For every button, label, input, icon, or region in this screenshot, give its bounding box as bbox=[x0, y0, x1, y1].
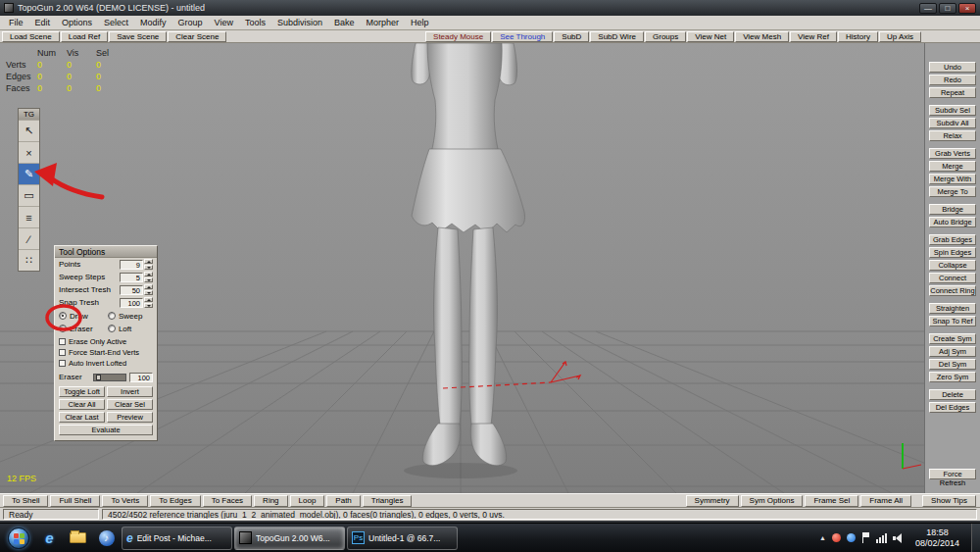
load-ref-button[interactable]: Load Ref bbox=[61, 31, 108, 42]
snap-tresh-spin-down[interactable] bbox=[144, 303, 153, 308]
view-ref-button[interactable]: View Ref bbox=[790, 31, 837, 42]
see-through-button[interactable]: See Through bbox=[492, 31, 553, 42]
subdiv-sel-button[interactable]: Subdiv Sel bbox=[929, 105, 976, 116]
create-sym-button[interactable]: Create Sym bbox=[929, 333, 976, 344]
show-desktop-button[interactable] bbox=[971, 524, 980, 552]
points-value[interactable]: 9 bbox=[120, 260, 143, 270]
sym-options-button[interactable]: Sym Options bbox=[741, 495, 804, 507]
internet-explorer-launch-icon[interactable]: e bbox=[36, 526, 63, 551]
triangles-button[interactable]: Triangles bbox=[363, 495, 413, 507]
menu-file[interactable]: File bbox=[3, 17, 29, 28]
brush-tool[interactable]: ∷ bbox=[19, 249, 39, 271]
spin-edges-button[interactable]: Spin Edges bbox=[929, 247, 976, 258]
del-sym-button[interactable]: Del Sym bbox=[929, 359, 976, 370]
view-net-button[interactable]: View Net bbox=[687, 31, 734, 42]
save-scene-button[interactable]: Save Scene bbox=[109, 31, 167, 42]
task-photoshop-window[interactable]: Ps Untitled-1 @ 66.7... bbox=[347, 527, 458, 550]
load-scene-button[interactable]: Load Scene bbox=[2, 31, 60, 42]
tray-expand-icon[interactable]: ▲ bbox=[819, 534, 826, 541]
up-axis-button[interactable]: Up Axis bbox=[879, 31, 921, 42]
to-shell-button[interactable]: To Shell bbox=[3, 495, 48, 507]
delete-tool[interactable]: × bbox=[19, 141, 39, 163]
grab-edges-button[interactable]: Grab Edges bbox=[929, 234, 976, 245]
radio-sweep[interactable]: Sweep bbox=[108, 311, 153, 321]
menu-bake[interactable]: Bake bbox=[328, 17, 361, 28]
menu-help[interactable]: Help bbox=[405, 17, 435, 28]
clear-sel-button[interactable]: Clear Sel bbox=[107, 399, 153, 410]
menu-select[interactable]: Select bbox=[98, 17, 134, 28]
groups-button[interactable]: Groups bbox=[645, 31, 686, 42]
sweep-steps-value[interactable]: 5 bbox=[120, 273, 143, 282]
menu-options[interactable]: Options bbox=[56, 17, 98, 28]
preview-button[interactable]: Preview bbox=[107, 412, 153, 423]
frame-sel-button[interactable]: Frame Sel bbox=[805, 495, 858, 507]
menu-subdivision[interactable]: Subdivision bbox=[271, 17, 328, 28]
merge-with-button[interactable]: Merge With bbox=[929, 174, 976, 184]
radio-loft[interactable]: Loft bbox=[108, 324, 153, 333]
history-button[interactable]: History bbox=[838, 31, 878, 42]
network-tray-icon[interactable] bbox=[876, 533, 887, 543]
maximize-button[interactable]: □ bbox=[939, 3, 956, 14]
sweep-steps-spin-down[interactable] bbox=[144, 277, 153, 282]
clear-last-button[interactable]: Clear Last bbox=[59, 412, 105, 423]
start-button[interactable] bbox=[2, 524, 35, 552]
clear-scene-button[interactable]: Clear Scene bbox=[168, 31, 226, 42]
menu-morpher[interactable]: Morpher bbox=[361, 17, 406, 28]
delete-button[interactable]: Delete bbox=[929, 389, 976, 400]
invert-button[interactable]: Invert bbox=[107, 386, 153, 397]
snap-to-ref-button[interactable]: Snap To Ref bbox=[929, 316, 976, 326]
adj-sym-button[interactable]: Adj Sym bbox=[929, 346, 976, 357]
intersect-tresh-value[interactable]: 50 bbox=[120, 285, 143, 295]
explorer-folder-launch-icon[interactable] bbox=[65, 526, 91, 551]
snap-tresh-value[interactable]: 100 bbox=[120, 298, 143, 308]
simple-create-tool[interactable]: ∕ bbox=[19, 227, 39, 249]
intersect-tresh-spin-down[interactable] bbox=[144, 290, 153, 295]
path-button[interactable]: Path bbox=[326, 495, 360, 507]
del-edges-button[interactable]: Del Edges bbox=[929, 402, 976, 413]
loop-button[interactable]: Loop bbox=[290, 495, 325, 507]
auto-bridge-button[interactable]: Auto Bridge bbox=[929, 217, 976, 227]
merge-button[interactable]: Merge bbox=[929, 161, 976, 172]
radio-eraser-dot[interactable] bbox=[59, 325, 67, 332]
close-button[interactable]: × bbox=[958, 3, 976, 14]
snap-tresh-spin-up[interactable] bbox=[144, 297, 153, 302]
bridge-button[interactable]: Bridge bbox=[929, 204, 976, 215]
eraser-value[interactable]: 100 bbox=[129, 373, 153, 382]
zero-sym-button[interactable]: Zero Sym bbox=[929, 372, 976, 382]
media-player-launch-icon[interactable]: ♪ bbox=[93, 526, 120, 551]
subd-button[interactable]: SubD bbox=[554, 31, 589, 42]
taskbar-clock[interactable]: 18:58 08/02/2014 bbox=[909, 527, 965, 549]
straighten-button[interactable]: Straighten bbox=[929, 303, 976, 314]
volume-tray-icon[interactable] bbox=[893, 533, 904, 543]
to-edges-button[interactable]: To Edges bbox=[150, 495, 200, 507]
eraser-slider-handle[interactable] bbox=[96, 375, 101, 380]
subdiv-all-button[interactable]: Subdiv All bbox=[929, 118, 976, 128]
points-spin-up[interactable] bbox=[144, 259, 153, 264]
draw-tool[interactable]: ✎ bbox=[19, 163, 39, 184]
check-force-start-end-verts[interactable]: Force Start-End Verts bbox=[59, 348, 153, 357]
view-mesh-button[interactable]: View Mesh bbox=[735, 31, 789, 42]
radio-sweep-dot[interactable] bbox=[108, 312, 116, 320]
security-tray-icon[interactable] bbox=[832, 533, 841, 542]
check-auto-invert-lofted-box[interactable] bbox=[59, 360, 66, 367]
collapse-button[interactable]: Collapse bbox=[929, 260, 976, 271]
subd-wire-button[interactable]: SubD Wire bbox=[590, 31, 644, 42]
action-center-icon[interactable] bbox=[861, 532, 870, 543]
points-spin-down[interactable] bbox=[144, 265, 153, 270]
intersect-tresh-spin-up[interactable] bbox=[144, 284, 153, 289]
eraser-slider[interactable] bbox=[93, 374, 126, 381]
show-tips-button[interactable]: Show Tips bbox=[922, 495, 976, 507]
select-tool[interactable]: ↖ bbox=[19, 120, 39, 141]
tweak-tool[interactable]: ≡ bbox=[19, 206, 39, 227]
frame-all-button[interactable]: Frame All bbox=[860, 495, 911, 507]
menu-tools[interactable]: Tools bbox=[239, 17, 271, 28]
ring-button[interactable]: Ring bbox=[254, 495, 287, 507]
to-verts-button[interactable]: To Verts bbox=[102, 495, 148, 507]
connect-ring-button[interactable]: Connect Ring bbox=[929, 285, 976, 296]
grab-verts-button[interactable]: Grab Verts bbox=[929, 148, 976, 159]
full-shell-button[interactable]: Full Shell bbox=[50, 495, 100, 507]
repeat-button[interactable]: Repeat bbox=[929, 87, 976, 98]
clear-all-button[interactable]: Clear All bbox=[59, 399, 105, 410]
to-faces-button[interactable]: To Faces bbox=[203, 495, 252, 507]
radio-eraser[interactable]: Eraser bbox=[59, 324, 108, 333]
